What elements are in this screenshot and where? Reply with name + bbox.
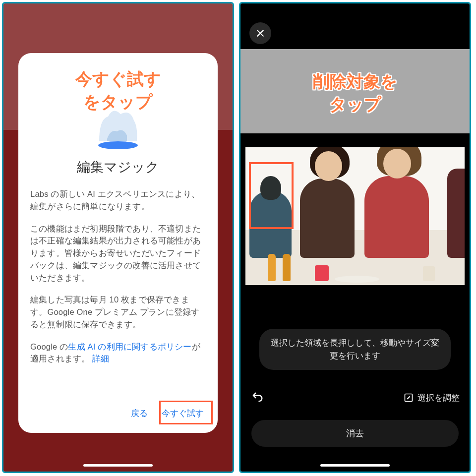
home-indicator[interactable]: [320, 464, 390, 467]
person-background[interactable]: [249, 191, 292, 258]
modal-paragraph-4: Google の生成 AI の利用に関するポリシーが適用されます。 詳細: [30, 341, 206, 365]
person-right-edge[interactable]: [447, 169, 465, 258]
modal-title: 編集マジック: [30, 158, 206, 176]
phone-left: 編集マジック Labs の新しい AI エクスペリエンスにより、編集がさらに簡単…: [2, 2, 234, 473]
photo-canvas[interactable]: [245, 147, 465, 285]
phone-right: 削除対象を タップ: [239, 2, 471, 473]
back-button[interactable]: 戻る: [131, 408, 148, 419]
svg-point-0: [98, 141, 138, 149]
modal-paragraph-3: 編集した写真は毎月 10 枚まで保存できます。Google One プレミアム …: [30, 294, 206, 330]
undo-button[interactable]: [250, 390, 265, 405]
modal-actions: 戻る 今すぐ試す: [30, 404, 206, 424]
more-link[interactable]: 詳細: [92, 354, 109, 363]
close-icon: [255, 28, 265, 38]
edit-toolbar: 選択を調整: [250, 390, 460, 405]
home-indicator[interactable]: [83, 464, 153, 467]
left-background: 編集マジック Labs の新しい AI エクスペリエンスにより、編集がさらに簡単…: [3, 3, 233, 472]
adjust-selection-button[interactable]: 選択を調整: [404, 392, 460, 404]
right-annotation: 削除対象を タップ: [240, 70, 470, 116]
erase-button[interactable]: 消去: [251, 420, 459, 447]
modal-paragraph-1: Labs の新しい AI エクスペリエンスにより、編集がさらに簡単になります。: [30, 188, 206, 213]
edit-icon: [404, 393, 414, 403]
person-woman[interactable]: [300, 178, 355, 258]
left-annotation: 今すぐ試す をタップ: [3, 68, 233, 114]
photo-scene: [245, 147, 465, 285]
hint-bubble: 選択した領域を長押しして、移動やサイズ変更を行います: [259, 329, 451, 370]
person-man[interactable]: [364, 176, 429, 258]
modal-paragraph-2: この機能はまだ初期段階であり、不適切または不正確な編集結果が出力される可能性があ…: [30, 223, 206, 284]
try-now-button[interactable]: 今すぐ試す: [162, 408, 204, 419]
table-items: [245, 250, 465, 285]
undo-icon: [250, 390, 264, 404]
policy-link[interactable]: 生成 AI の利用に関するポリシー: [68, 342, 191, 351]
right-background: 削除対象を タップ: [240, 3, 470, 472]
modal-body: Labs の新しい AI エクスペリエンスにより、編集がさらに簡単になります。 …: [30, 188, 206, 375]
close-button[interactable]: [249, 22, 271, 44]
